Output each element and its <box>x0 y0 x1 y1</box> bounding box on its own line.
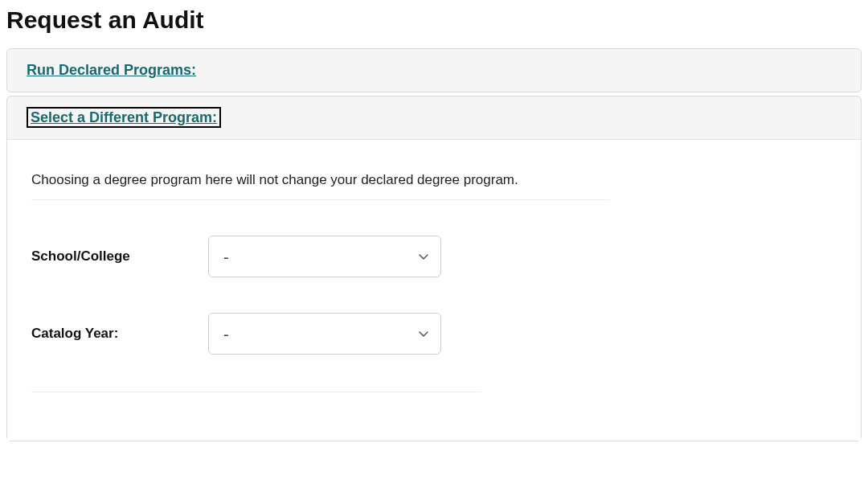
catalog-year-select[interactable]: - <box>208 313 441 355</box>
label-school-college: School/College <box>31 248 208 265</box>
row-school-college: School/College - <box>31 218 481 295</box>
row-catalog-year: Catalog Year: - <box>31 295 481 372</box>
run-declared-programs-link[interactable]: Run Declared Programs: <box>27 62 196 78</box>
panel-body-select-program: Choosing a degree program here will not … <box>7 139 861 441</box>
panel-select-program: Select a Different Program: Choosing a d… <box>6 96 862 441</box>
panel-header-run-declared: Run Declared Programs: <box>7 49 861 92</box>
select-different-program-link[interactable]: Select a Different Program: <box>27 107 221 128</box>
catalog-year-select-wrap: - <box>208 313 441 355</box>
panel-header-select-program: Select a Different Program: <box>7 96 861 139</box>
label-catalog-year: Catalog Year: <box>31 326 208 342</box>
divider <box>31 392 481 392</box>
panel-run-declared: Run Declared Programs: <box>6 48 862 92</box>
school-college-select[interactable]: - <box>208 236 441 277</box>
info-text: Choosing a degree program here will not … <box>31 172 610 200</box>
page-title: Request an Audit <box>6 6 862 34</box>
school-college-select-wrap: - <box>208 236 441 277</box>
